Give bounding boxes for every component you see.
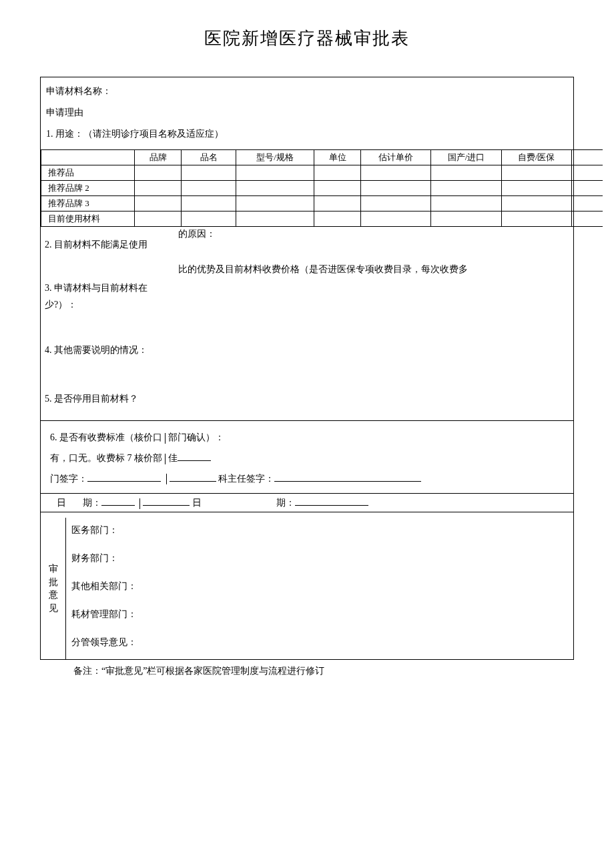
approval-row-finance: 财务部门：	[71, 552, 568, 564]
section-3-left: 3. 申请材料与目前材料在少?）：	[41, 262, 174, 322]
section-4-label: 4. 其他需要说明的情况：	[41, 323, 174, 377]
approval-section: 审批意见 医务部门： 财务部门： 其他相关部门： 耗材管理部门： 分管领导意见：	[40, 518, 574, 660]
col-extra	[571, 150, 603, 165]
date1-field[interactable]	[101, 496, 135, 506]
cell[interactable]	[361, 181, 431, 196]
date2-field[interactable]	[295, 496, 368, 506]
section-6: 6. 是否有收费标准（核价口部门确认）： 有，口无。收费标 7 核价部佳 门签字…	[41, 420, 573, 493]
table-header-row: 品牌 品名 型号/规格 单位 估计单价 国产/进口 自费/医保	[41, 150, 603, 165]
cell[interactable]	[182, 181, 236, 196]
cell[interactable]	[571, 181, 603, 196]
col-model: 型号/规格	[236, 150, 314, 165]
cell[interactable]	[361, 196, 431, 211]
table-row: 推荐品牌 2	[41, 181, 603, 196]
date2-b: 期：	[276, 498, 295, 508]
footnote: 备注：“审批意见”栏可根据各家医院管理制度与流程进行修订	[73, 665, 574, 677]
cell[interactable]	[431, 211, 501, 227]
col-brand: 品牌	[135, 150, 182, 165]
cell[interactable]	[236, 181, 314, 196]
s6-l2a: 有，口无。收费标 7 核价部	[50, 453, 162, 463]
blank-line[interactable]	[178, 452, 211, 461]
col-blank	[41, 150, 135, 165]
director-signature-field[interactable]	[274, 472, 421, 482]
cell[interactable]	[135, 211, 182, 227]
divider-icon	[166, 474, 167, 484]
cell[interactable]	[314, 211, 361, 227]
pricing-signature-field[interactable]	[87, 472, 161, 482]
row-label: 推荐品	[41, 165, 135, 181]
date2-a: 日	[192, 498, 202, 508]
section-6-line1: 6. 是否有收费标准（核价口部门确认）：	[50, 428, 569, 448]
col-pay: 自费/医保	[501, 150, 571, 165]
material-name-label: 申请材料名称：	[46, 85, 568, 97]
approval-row-other: 其他相关部门：	[71, 580, 568, 592]
col-price: 估计单价	[361, 150, 431, 165]
s6-l2b: 佳	[168, 453, 178, 463]
section-5-label: 5. 是否停用目前材料？	[41, 377, 174, 420]
blank-line[interactable]	[143, 496, 190, 506]
date-row: 日 期： 日 期：	[41, 493, 573, 512]
divider-icon	[165, 433, 166, 444]
section-6-line2: 有，口无。收费标 7 核价部佳	[50, 448, 569, 469]
date1-a: 日	[57, 498, 66, 508]
s6-l1b: 部门确认）：	[168, 432, 224, 442]
cell[interactable]	[182, 211, 236, 227]
section-3: 3. 申请材料与目前材料在少?）： 比的优势及目前材料收费价格（是否进医保专项收…	[41, 262, 573, 322]
approval-row-medical: 医务部门：	[71, 524, 568, 536]
cell[interactable]	[571, 196, 603, 211]
page-title: 医院新增医疗器械审批表	[40, 27, 574, 50]
section-2: 2. 目前材料不能满足使用 的原因：	[41, 227, 573, 262]
cell[interactable]	[182, 165, 236, 181]
cell[interactable]	[182, 196, 236, 211]
cell[interactable]	[236, 165, 314, 181]
col-name: 品名	[182, 150, 236, 165]
cell[interactable]	[236, 211, 314, 227]
section-5: 5. 是否停用目前材料？	[41, 377, 573, 420]
section-6-line3: 门签字： 科主任签字：	[50, 469, 569, 490]
cell[interactable]	[135, 181, 182, 196]
cell[interactable]	[431, 165, 501, 181]
reason-label: 申请理由	[46, 107, 568, 119]
table-row: 推荐品	[41, 165, 603, 181]
cell[interactable]	[236, 196, 314, 211]
section-2-left: 2. 目前材料不能满足使用	[41, 227, 174, 262]
row-label: 目前使用材料	[41, 211, 135, 227]
cell[interactable]	[431, 196, 501, 211]
form-box: 申请材料名称： 申请理由 1. 用途：（请注明诊疗项目名称及适应症） 品牌 品名…	[40, 77, 574, 518]
approval-row-leader: 分管领导意见：	[71, 636, 568, 648]
approval-row-supplies: 耗材管理部门：	[71, 608, 568, 620]
cell[interactable]	[431, 181, 501, 196]
table-row: 推荐品牌 3	[41, 196, 603, 211]
cell[interactable]	[135, 196, 182, 211]
s6-l1a: 6. 是否有收费标准（核价口	[50, 432, 162, 442]
cell[interactable]	[501, 211, 571, 227]
blank-line[interactable]	[170, 472, 216, 482]
date1-b: 期：	[83, 498, 101, 508]
cell[interactable]	[571, 165, 603, 181]
approval-body: 医务部门： 财务部门： 其他相关部门： 耗材管理部门： 分管领导意见：	[66, 518, 573, 659]
divider-icon	[165, 454, 166, 464]
cell[interactable]	[314, 181, 361, 196]
section-2-right: 的原因：	[178, 228, 216, 240]
cell[interactable]	[314, 196, 361, 211]
cell[interactable]	[361, 165, 431, 181]
cell[interactable]	[501, 196, 571, 211]
section-3-right: 比的优势及目前材料收费价格（是否进医保专项收费目录，每次收费多	[178, 264, 468, 276]
brand-table: 品牌 品名 型号/规格 单位 估计单价 国产/进口 自费/医保 推荐品 推荐品牌…	[41, 149, 603, 227]
col-origin: 国产/进口	[431, 150, 501, 165]
cell[interactable]	[571, 211, 603, 227]
s6-sign-right-label: 科主任签字：	[218, 474, 274, 484]
cell[interactable]	[361, 211, 431, 227]
s6-sign-left-label: 门签字：	[50, 474, 87, 484]
usage-label: 1. 用途：（请注明诊疗项目名称及适应症）	[46, 128, 568, 140]
cell[interactable]	[501, 181, 571, 196]
table-row: 目前使用材料	[41, 211, 603, 227]
cell[interactable]	[314, 165, 361, 181]
cell[interactable]	[135, 165, 182, 181]
divider-icon	[139, 498, 140, 509]
row-label: 推荐品牌 3	[41, 196, 135, 211]
cell[interactable]	[501, 165, 571, 181]
section-4: 4. 其他需要说明的情况：	[41, 323, 573, 377]
row-label: 推荐品牌 2	[41, 181, 135, 196]
col-unit: 单位	[314, 150, 361, 165]
